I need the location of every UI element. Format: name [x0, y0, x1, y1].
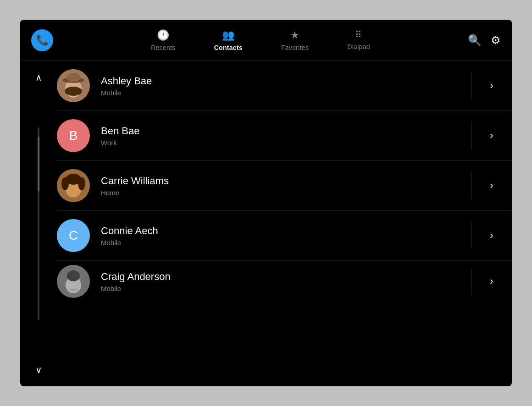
ashley-avatar-svg	[57, 69, 90, 102]
contact-item[interactable]: Carrie Williams Home ›	[57, 161, 512, 211]
contact-name: Carrie Williams	[101, 175, 460, 187]
avatar	[57, 169, 90, 202]
contact-type: Mobile	[101, 89, 460, 97]
carrie-avatar-svg	[57, 169, 90, 202]
avatar	[57, 265, 90, 298]
contact-detail-button[interactable]: ›	[482, 176, 501, 195]
scroll-track	[38, 127, 39, 320]
avatar-initial: C	[69, 228, 78, 243]
nav-bar: 📞 🕐 Recents 👥 Contacts ★ Favorites ⠿ Dia…	[20, 20, 512, 61]
dialpad-icon: ⠿	[355, 29, 362, 40]
contact-type: Work	[101, 139, 460, 147]
contact-name: Ashley Bae	[101, 75, 460, 87]
tab-recents[interactable]: 🕐 Recents	[145, 26, 181, 55]
contact-detail-button[interactable]: ›	[482, 126, 501, 145]
avatar: C	[57, 219, 90, 252]
svg-point-4	[65, 87, 82, 96]
divider	[471, 222, 471, 249]
favorites-icon: ★	[290, 29, 299, 41]
svg-point-3	[66, 73, 80, 82]
search-button[interactable]: 🔍	[468, 34, 482, 47]
contact-info: Ashley Bae Mobile	[101, 75, 460, 97]
contact-type: Mobile	[101, 285, 460, 292]
tab-contacts[interactable]: 👥 Contacts	[209, 26, 248, 55]
divider	[471, 268, 471, 295]
content-area: ∧ ∨	[20, 61, 512, 386]
recents-label: Recents	[151, 44, 175, 51]
contact-item[interactable]: Ashley Bae Mobile ›	[57, 61, 512, 111]
contact-info: Connie Aech Mobile	[101, 225, 460, 247]
divider	[471, 172, 471, 199]
recents-icon: 🕐	[157, 29, 169, 41]
scroll-up-button[interactable]: ∧	[31, 70, 46, 85]
avatar-initial: B	[69, 128, 78, 143]
contact-item[interactable]: C Connie Aech Mobile ›	[57, 211, 512, 261]
contact-item[interactable]: Craig Anderson Mobile ›	[57, 261, 512, 302]
contact-type: Mobile	[101, 239, 460, 247]
divider	[471, 72, 471, 99]
contact-info: Ben Bae Work	[101, 125, 460, 147]
side-controls: ∧ ∨	[20, 61, 57, 386]
contact-item[interactable]: B Ben Bae Work ›	[57, 111, 512, 161]
svg-point-9	[66, 174, 81, 185]
avatar: B	[57, 119, 90, 152]
contacts-label: Contacts	[214, 44, 243, 51]
contact-type: Home	[101, 189, 460, 197]
craig-avatar-svg	[57, 265, 90, 298]
phone-button[interactable]: 📞	[31, 29, 53, 51]
nav-tabs: 🕐 Recents 👥 Contacts ★ Favorites ⠿ Dialp…	[53, 26, 468, 55]
tab-favorites[interactable]: ★ Favorites	[276, 26, 314, 55]
dialpad-label: Dialpad	[347, 43, 370, 50]
contact-list: Ashley Bae Mobile › B Ben Bae Work ›	[57, 61, 512, 386]
contact-detail-button[interactable]: ›	[482, 77, 501, 95]
favorites-label: Favorites	[281, 44, 309, 51]
avatar	[57, 69, 90, 102]
contact-info: Carrie Williams Home	[101, 175, 460, 197]
settings-button[interactable]: ⚙	[491, 34, 501, 47]
contact-detail-button[interactable]: ›	[482, 226, 501, 245]
svg-point-12	[67, 270, 80, 281]
divider	[471, 122, 471, 149]
nav-actions: 🔍 ⚙	[468, 34, 501, 47]
phone-icon: 📞	[36, 34, 49, 46]
scroll-down-button[interactable]: ∨	[31, 362, 46, 377]
contact-name: Ben Bae	[101, 125, 460, 137]
contact-info: Craig Anderson Mobile	[101, 271, 460, 292]
contact-name: Craig Anderson	[101, 271, 460, 283]
app-window: 📞 🕐 Recents 👥 Contacts ★ Favorites ⠿ Dia…	[20, 20, 512, 386]
tab-dialpad[interactable]: ⠿ Dialpad	[342, 26, 376, 55]
contacts-icon: 👥	[222, 29, 234, 41]
scroll-thumb	[38, 137, 39, 192]
contact-detail-button[interactable]: ›	[482, 272, 501, 291]
contact-name: Connie Aech	[101, 225, 460, 237]
